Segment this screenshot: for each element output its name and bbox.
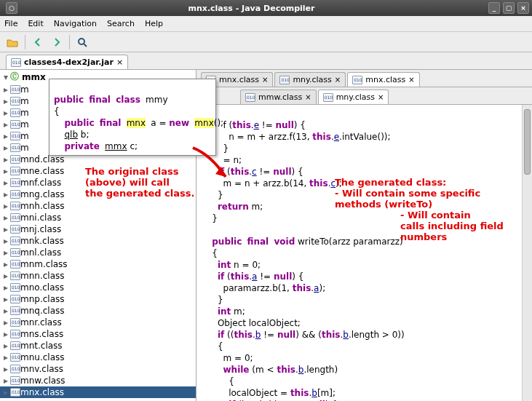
tree-twisty[interactable]: ▸: [1, 84, 10, 95]
tree-twisty[interactable]: ▸: [1, 306, 10, 316]
tree-twisty[interactable]: ▸: [1, 329, 10, 339]
menubar: File Edit Navigation Search Help: [0, 16, 532, 32]
tree-twisty[interactable]: ▸: [1, 247, 10, 258]
back-icon[interactable]: [30, 34, 46, 50]
editor-tab[interactable]: mmw.class×: [240, 90, 317, 104]
source-view[interactable]: f (this.e != null) { n = m + arzz.f(13, …: [196, 105, 532, 401]
close-tab-icon[interactable]: ×: [262, 76, 268, 84]
window-menu-icon[interactable]: ○: [6, 2, 17, 14]
editor-tab[interactable]: mny.class×: [318, 90, 389, 104]
tree-twisty[interactable]: ▸: [1, 282, 10, 293]
tree-item[interactable]: ▸ mnq.class: [0, 305, 196, 317]
minimize-button[interactable]: _: [488, 2, 500, 14]
tree-item[interactable]: ▸ mnn.class: [0, 270, 196, 282]
tree-item-label: m: [20, 131, 29, 141]
class-file-icon: [10, 306, 20, 315]
close-tab-icon[interactable]: ×: [378, 93, 384, 101]
tree-twisty[interactable]: ▸: [1, 201, 10, 211]
file-tab[interactable]: classes4-dex2jar.jar ×: [6, 55, 128, 69]
tree-item-label: mnu.class: [20, 352, 65, 362]
toolbar: [0, 32, 532, 52]
search-icon[interactable]: [74, 34, 90, 50]
tree-item-label: mnn.class: [20, 271, 65, 281]
class-file-icon: [10, 341, 20, 350]
class-file-icon: [10, 85, 20, 94]
tree-item[interactable]: ▸ mnk.class: [0, 235, 196, 247]
tree-item[interactable]: ▸ mns.class: [0, 328, 196, 340]
editor-tab[interactable]: mnx.class×: [347, 72, 419, 87]
class-file-icon: [10, 237, 20, 245]
tree-twisty[interactable]: ▸: [1, 376, 10, 386]
tree-item[interactable]: ▸ mnj.class: [0, 223, 196, 235]
open-icon[interactable]: [4, 34, 20, 50]
tree-twisty[interactable]: ▸: [1, 119, 10, 130]
close-tab-icon[interactable]: ×: [335, 76, 341, 84]
close-tab-icon[interactable]: ×: [408, 76, 414, 84]
tree-twisty[interactable]: ▸: [1, 131, 10, 141]
tree-item[interactable]: ▸ mni.class: [0, 212, 196, 223]
class-file-icon: [10, 143, 20, 152]
editor-tab-label: mny.class: [293, 75, 331, 84]
tree-item-label: mng.class: [20, 189, 65, 199]
tree-twisty[interactable]: ▸: [1, 352, 10, 362]
tree-item[interactable]: ▸ mnh.class: [0, 200, 196, 212]
tree-twisty[interactable]: ▸: [1, 224, 10, 234]
editor-tab[interactable]: mny.class×: [274, 72, 346, 87]
close-button[interactable]: ×: [517, 2, 529, 14]
menu-navigation[interactable]: Navigation: [54, 19, 97, 28]
tree-item-label: mne.class: [20, 166, 64, 176]
tree-twisty[interactable]: ▸: [1, 213, 10, 223]
tree-item-label: m: [20, 84, 29, 95]
tree-twisty[interactable]: ▸: [1, 236, 10, 246]
tree-twisty[interactable]: ▸: [1, 294, 10, 304]
class-file-icon: [10, 155, 20, 164]
tree-twisty[interactable]: ▸: [1, 317, 10, 327]
tree-twisty[interactable]: ▸: [1, 108, 10, 118]
tree-twisty[interactable]: ▸: [1, 259, 10, 269]
tree-twisty[interactable]: ▸: [1, 143, 10, 153]
close-tab-icon[interactable]: ×: [305, 93, 311, 101]
tree-item[interactable]: ▸ mnu.class: [0, 352, 196, 363]
file-tab-label: classes4-dex2jar.jar: [24, 57, 114, 67]
tree-item-label: m: [20, 108, 29, 118]
tree-item-label: mnq.class: [20, 306, 65, 316]
class-file-icon: [10, 120, 20, 129]
class-file-icon: [10, 353, 20, 362]
tree-twisty[interactable]: ▸: [1, 189, 10, 199]
menu-edit[interactable]: Edit: [28, 19, 43, 28]
editor-scrollbar[interactable]: [522, 105, 532, 401]
tree-item[interactable]: ▸ mno.class: [0, 282, 196, 293]
tree-item[interactable]: ▸ mnm.class: [0, 258, 196, 270]
maximize-button[interactable]: ▢: [503, 2, 515, 14]
menu-file[interactable]: File: [4, 19, 17, 28]
menu-help[interactable]: Help: [145, 19, 163, 28]
tree-item-label: mnt.class: [20, 341, 63, 351]
scrollbar-thumb[interactable]: [524, 109, 531, 175]
tree-twisty[interactable]: ▸: [1, 341, 10, 351]
class-file-icon: [10, 365, 20, 373]
class-file-icon: [10, 202, 20, 210]
menu-search[interactable]: Search: [107, 19, 135, 28]
tree-item-label: mnp.class: [20, 294, 65, 304]
tree-item[interactable]: ▸ mnl.class: [0, 247, 196, 258]
tree-twisty[interactable]: ▸: [1, 154, 10, 164]
tree-item[interactable]: ▸ mnv.class: [0, 363, 196, 375]
forward-icon[interactable]: [49, 34, 65, 50]
tree-twisty[interactable]: ▸: [1, 96, 10, 106]
tree-twisty[interactable]: ▸: [1, 271, 10, 281]
tree-twisty[interactable]: ▸: [1, 178, 10, 188]
tree-item[interactable]: ▸ mnp.class: [0, 293, 196, 305]
tree-item-label: mnm.class: [20, 259, 68, 269]
tree-twisty[interactable]: ▾: [1, 72, 10, 82]
tree-item[interactable]: ▸ mnr.class: [0, 317, 196, 328]
tree-item[interactable]: ▸ mnt.class: [0, 340, 196, 352]
tree-item[interactable]: ▸ mnx.class: [0, 386, 196, 398]
tree-twisty[interactable]: ▸: [1, 166, 10, 176]
close-tab-icon[interactable]: ×: [116, 57, 123, 67]
tree-twisty[interactable]: ▸: [1, 387, 10, 397]
tree-twisty[interactable]: ▸: [1, 364, 10, 374]
class-file-icon: [10, 225, 20, 234]
tree-item-label: mnj.class: [20, 224, 61, 234]
tree-item[interactable]: ▸ mnw.class: [0, 375, 196, 386]
class-file-icon: [10, 178, 20, 187]
